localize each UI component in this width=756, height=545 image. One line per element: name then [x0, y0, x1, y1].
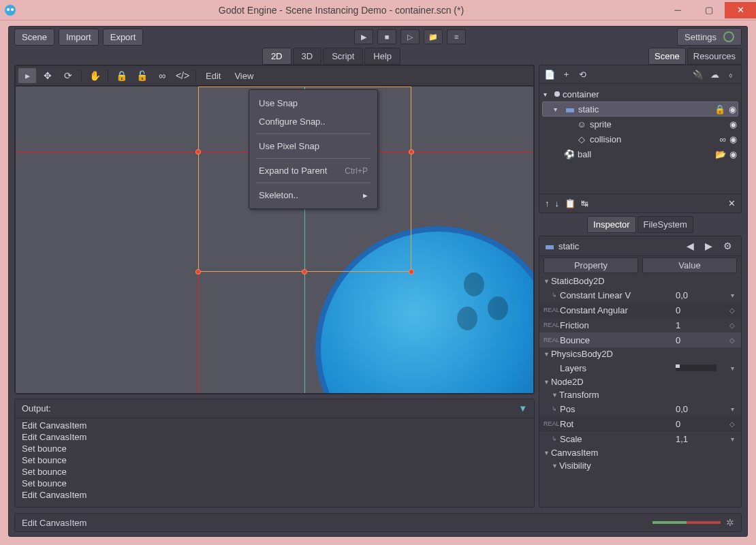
rotate-tool[interactable]: ⟳ [59, 68, 77, 83]
stop-button[interactable]: ■ [377, 29, 396, 44]
minimize-button[interactable]: ─ [662, 2, 693, 18]
app-shell: Scene Import Export ▶ ■ ▷ 📁 ≡ Settings 2… [8, 26, 748, 537]
scene-tree[interactable]: ▾ container ▾ static 🔒◉ ☺ [539, 84, 741, 193]
node-collision[interactable]: ◇ collision ∞◉ [542, 131, 738, 146]
prop-constant-linear-v[interactable]: ↳Constant Linear V0,0▾ [539, 287, 741, 302]
export-menu[interactable]: Export [103, 29, 144, 46]
tab-filesystem[interactable]: FileSystem [637, 216, 693, 233]
menu-configure-snap[interactable]: Configure Snap.. [249, 112, 377, 131]
list-button[interactable]: ≡ [447, 29, 466, 44]
inspector-settings-button[interactable]: ⚙ [720, 240, 736, 251]
instance-scene-button[interactable]: ⟲ [576, 68, 588, 80]
lock-button[interactable]: 🔒 [112, 68, 130, 83]
play-button[interactable]: ▶ [354, 29, 373, 44]
settings-status-icon [723, 31, 734, 42]
output-panel: Output: ▼ Edit CanvasItemEdit CanvasItem… [14, 399, 535, 508]
menubar: Scene Import Export ▶ ■ ▷ 📁 ≡ Settings [9, 27, 747, 47]
menu-label: Expand to Parent [259, 166, 327, 176]
tab-inspector[interactable]: Inspector [587, 216, 635, 233]
maximize-button[interactable]: ▢ [693, 2, 725, 18]
status-tip: Edit CanvasItem [22, 518, 647, 528]
inspector-prev-button[interactable]: ◀ [683, 240, 697, 251]
move-tool[interactable]: ✥ [39, 68, 57, 83]
node-ball[interactable]: ⚽ ball 📂◉ [542, 146, 738, 161]
lock-icon[interactable]: 🔒 [714, 104, 725, 114]
prop-constant-angular[interactable]: REALConstant Angular0◇ [539, 302, 741, 317]
layers-grid-icon[interactable] [676, 364, 716, 371]
collapse-icon[interactable]: ▾ [544, 91, 552, 98]
selection-handle[interactable] [409, 269, 414, 275]
menu-expand-to-parent[interactable]: Expand to Parent Ctrl+P [249, 161, 377, 180]
section-staticbody2d[interactable]: ▼StaticBody2D [539, 275, 741, 287]
selection-handle[interactable] [195, 269, 201, 275]
output-line: Set bounce [22, 443, 527, 454]
add-node-button[interactable]: ＋ [560, 68, 572, 80]
prop-layers[interactable]: Layers▾ [539, 360, 741, 375]
prop-friction[interactable]: REALFriction1◇ [539, 317, 741, 332]
tab-script[interactable]: Script [323, 48, 363, 65]
group-button[interactable]: ☁ [708, 68, 721, 80]
output-line: Set bounce [22, 466, 527, 478]
submenu-arrow-icon: ▸ [363, 190, 368, 200]
section-visibility[interactable]: ▼Visibility [539, 459, 741, 472]
select-tool[interactable]: ▸ [18, 68, 36, 83]
prop-bounce[interactable]: REALBounce0◇ [539, 332, 741, 347]
pan-tool[interactable]: ✋ [86, 68, 104, 83]
canvas-viewport[interactable]: Use Snap Configure Snap.. Use Pixel Snap… [15, 86, 534, 394]
tab-help[interactable]: Help [364, 48, 400, 65]
link-icon[interactable]: ∞ [720, 134, 726, 144]
new-scene-button[interactable]: 📄 [544, 68, 556, 80]
delete-node-button[interactable]: ✕ [728, 198, 736, 208]
menu-skeleton[interactable]: Skeleton.. ▸ [249, 186, 377, 204]
node-container[interactable]: ▾ container [542, 87, 738, 102]
node-sprite[interactable]: ☺ sprite ◉ [542, 116, 738, 131]
visibility-icon[interactable]: ◉ [729, 134, 737, 144]
collapse-icon[interactable]: ▾ [554, 106, 562, 113]
section-physicsbody2d[interactable]: ▼PhysicsBody2D [539, 347, 741, 360]
settings-label: Settings [684, 32, 716, 42]
prop-rot[interactable]: REALRot0◇ [539, 416, 741, 431]
tab-2d[interactable]: 2D [262, 48, 292, 65]
section-node2d[interactable]: ▼Node2D [539, 375, 741, 388]
visibility-icon[interactable]: ◉ [729, 104, 736, 114]
link-button[interactable]: ∞ [153, 68, 171, 83]
tab-resources[interactable]: Resources [687, 48, 742, 65]
unlock-button[interactable]: 🔓 [133, 68, 151, 83]
prop-scale[interactable]: ↳Scale1,1▾ [539, 431, 741, 446]
move-down-button[interactable]: ↓ [555, 198, 560, 208]
prop-pos[interactable]: ↳Pos0,0▾ [539, 401, 741, 416]
import-menu[interactable]: Import [59, 29, 99, 46]
play-scene-button[interactable]: ▷ [400, 29, 420, 44]
node-static[interactable]: ▾ static 🔒◉ [542, 102, 738, 116]
code-tool[interactable]: </> [174, 68, 191, 83]
canvas-edit-menu[interactable]: Edit [200, 71, 226, 81]
scene-instance-icon[interactable]: 📂 [715, 149, 726, 159]
script-button[interactable]: ⬨ [725, 68, 737, 80]
settings-menu[interactable]: Settings [677, 28, 742, 46]
output-collapse-icon[interactable]: ▼ [518, 403, 527, 414]
selection-handle[interactable] [302, 269, 307, 275]
canvas-view-menu[interactable]: View [229, 71, 259, 81]
tab-scene[interactable]: Scene [648, 48, 686, 65]
section-transform[interactable]: ▼Transform [539, 388, 741, 401]
selection-handle[interactable] [195, 149, 201, 155]
selection-handle[interactable] [409, 149, 414, 155]
reparent-button[interactable]: ↹ [581, 198, 588, 208]
close-button[interactable]: ✕ [725, 2, 756, 18]
connect-signal-button[interactable]: 🔌 [692, 68, 704, 80]
workspace-tabs: 2D 3D Script Help Scene Resources [9, 47, 747, 65]
tab-3d[interactable]: 3D [293, 48, 322, 65]
output-log[interactable]: Edit CanvasItemEdit CanvasItemSet bounce… [15, 418, 534, 507]
scene-menu[interactable]: Scene [14, 29, 54, 46]
move-up-button[interactable]: ↑ [545, 198, 550, 208]
inspector-next-button[interactable]: ▶ [702, 240, 716, 251]
menu-use-pixel-snap[interactable]: Use Pixel Snap [249, 137, 377, 155]
visibility-icon[interactable]: ◉ [729, 119, 737, 129]
open-folder-button[interactable]: 📁 [424, 29, 443, 44]
menu-use-snap[interactable]: Use Snap [249, 94, 377, 112]
visibility-icon[interactable]: ◉ [729, 149, 737, 159]
duplicate-button[interactable]: 📋 [565, 198, 576, 208]
section-canvasitem[interactable]: ▼CanvasItem [539, 446, 741, 459]
window-title: Godot Engine - Scene Instancing Demo - c… [20, 5, 662, 16]
svg-rect-3 [566, 108, 574, 112]
